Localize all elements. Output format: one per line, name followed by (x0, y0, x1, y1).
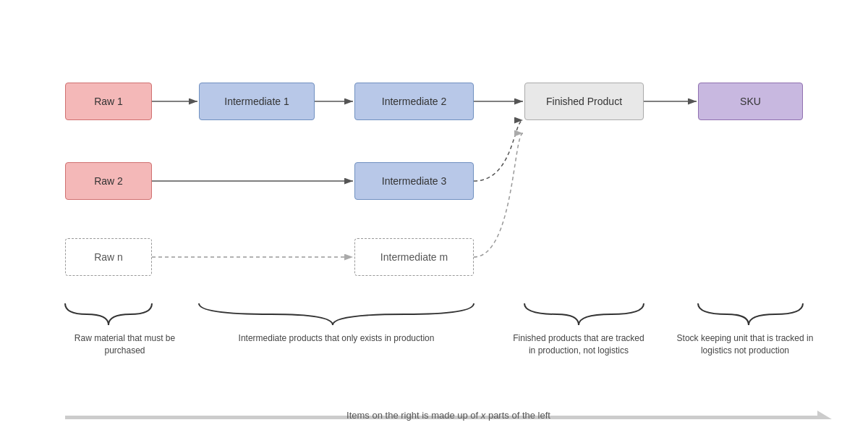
node-raw2: Raw 2 (65, 162, 152, 200)
brace-label-finished: Finished products that are tracked in pr… (510, 332, 647, 357)
brace-label-raw: Raw material that must be purchased (65, 332, 184, 357)
node-int2: Intermediate 2 (354, 83, 474, 120)
node-int1: Intermediate 1 (199, 83, 315, 120)
node-int3: Intermediate 3 (354, 162, 474, 200)
node-finished: Finished Product (524, 83, 644, 120)
brace-label-sku: Stock keeping unit that is tracked in lo… (676, 332, 814, 357)
bottom-arrow-label: Items on the right is made up of x parts… (65, 410, 832, 421)
node-rawn: Raw n (65, 238, 152, 276)
diagram-container: Raw 1 Raw 2 Raw n Intermediate 1 Interme… (22, 14, 846, 419)
brace-label-intermediate: Intermediate products that only exists i… (203, 332, 470, 345)
node-sku: SKU (698, 83, 803, 120)
node-raw1: Raw 1 (65, 83, 152, 120)
node-intm: Intermediate m (354, 238, 474, 276)
diagram-svg (22, 14, 846, 419)
